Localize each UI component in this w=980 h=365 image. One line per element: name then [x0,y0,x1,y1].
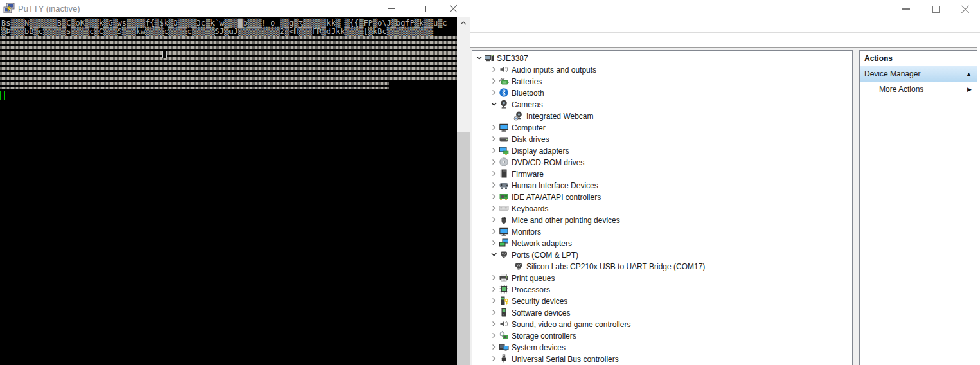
device-manager-menubar-area [470,33,980,47]
scroll-up-arrow-icon[interactable] [457,17,470,28]
action-device-manager[interactable]: Device Manager ▲ [860,66,977,82]
tree-item-disk-drives[interactable]: Disk drives [472,133,852,145]
terminal-cursor [0,91,5,100]
tree-item-label: Mice and other pointing devices [512,215,620,225]
chevron-right-icon[interactable] [490,168,498,179]
device-manager-close-button[interactable] [956,0,975,18]
tree-item-sje3387[interactable]: SJE3387 [472,52,852,64]
tree-item-label: Audio inputs and outputs [512,65,596,75]
tree-item-label: Network adapters [512,238,572,248]
device-manager-titlebar[interactable] [470,0,980,32]
tree-item-silicon-labs-cp210x-usb-to-uart-bridge-com17[interactable]: Silicon Labs CP210x USB to UART Bridge (… [472,260,852,272]
display-adapter-icon [499,145,509,156]
putty-scrollbar[interactable] [457,17,470,365]
chevron-right-icon[interactable] [490,64,498,75]
tree-item-bluetooth[interactable]: Bluetooth [472,87,852,98]
tree-item-label: Processors [512,285,550,294]
tree-item-label: DVD/CD-ROM drives [512,157,584,167]
action-more-actions[interactable]: More Actions ▶ [860,82,977,97]
tree-item-software-devices[interactable]: Software devices [472,307,852,318]
chevron-right-icon[interactable] [490,157,498,167]
collapse-arrow-icon[interactable]: ▲ [966,66,972,82]
tree-item-processors[interactable]: Processors [472,283,852,295]
chevron-right-icon[interactable] [490,353,498,364]
chevron-right-icon[interactable] [490,134,498,144]
tree-item-audio-inputs-and-outputs[interactable]: Audio inputs and outputs [472,64,852,75]
firmware-icon [499,168,509,179]
chevron-right-icon[interactable] [490,87,498,98]
chevron-right-icon[interactable] [490,307,498,317]
tree-item-keyboards[interactable]: Keyboards [472,202,852,214]
tree-item-sound-video-and-game-controllers[interactable]: Sound, video and game controllers [472,318,852,330]
device-manager-maximize-button[interactable] [926,0,945,18]
chevron-right-icon[interactable] [490,272,498,283]
putty-minimize-button[interactable] [380,0,402,17]
chevron-right-icon[interactable] [490,319,498,329]
tree-item-security-devices[interactable]: Security devices [472,295,852,307]
chevron-right-icon[interactable] [490,180,498,190]
tree-item-storage-controllers[interactable]: Storage controllers [472,330,852,341]
tree-item-integrated-webcam[interactable]: Integrated Webcam [472,110,852,121]
tree-item-ide-ata-atapi-controllers[interactable]: IDE ATA/ATAPI controllers [472,191,852,202]
tree-item-monitors[interactable]: Monitors [472,226,852,237]
device-tree-panel[interactable]: SJE3387Audio inputs and outputsBatteries… [472,50,853,365]
tree-item-cameras[interactable]: Cameras [472,98,852,110]
putty-scrollbar-thumb[interactable] [457,132,470,365]
tree-item-label: Bluetooth [512,88,544,98]
chevron-down-icon[interactable] [475,53,483,63]
tree-item-human-interface-devices[interactable]: Human Interface Devices [472,179,852,191]
chevron-right-icon[interactable] [490,284,498,294]
monitor-icon [499,226,509,236]
storage-icon [499,330,509,341]
tree-item-batteries[interactable]: Batteries [472,75,852,87]
tree-item-system-devices[interactable]: System devices [472,341,852,353]
chevron-right-icon[interactable] [490,226,498,236]
chevron-down-icon[interactable] [490,249,498,260]
chevron-right-icon[interactable] [490,296,498,306]
serial-port-icon [513,261,524,271]
tree-item-label: Universal Serial Bus controllers [512,354,619,364]
maximize-icon [420,6,426,12]
chevron-right-icon[interactable] [490,76,498,86]
tree-item-network-adapters[interactable]: Network adapters [472,237,852,249]
chevron-right-icon[interactable] [490,122,498,132]
tree-item-print-queues[interactable]: Print queues [472,272,852,283]
tree-item-label: Ports (COM & LPT) [512,250,578,260]
security-icon [499,296,509,306]
chevron-down-icon[interactable] [490,99,498,109]
chevron-right-icon[interactable] [490,191,498,202]
tree-item-ports-com-lpt[interactable]: Ports (COM & LPT) [472,249,852,260]
tree-item-label: Software devices [512,308,570,317]
tree-item-label: Keyboards [512,204,548,213]
chevron-right-icon[interactable] [490,215,498,225]
tree-item-label: Storage controllers [512,331,576,341]
tree-item-universal-serial-bus-controllers[interactable]: Universal Serial Bus controllers [472,353,852,364]
chevron-right-icon[interactable] [490,238,498,248]
tree-item-dvd-cd-rom-drives[interactable]: DVD/CD-ROM drives [472,156,852,168]
putty-app-icon [3,3,15,14]
tree-item-mice-and-other-pointing-devices[interactable]: Mice and other pointing devices [472,214,852,226]
chevron-right-icon[interactable] [490,203,498,213]
chevron-right-icon[interactable] [490,342,498,352]
camera-icon [499,99,509,109]
chevron-right-icon[interactable] [490,330,498,341]
chevron-right-icon[interactable] [490,145,498,156]
tree-item-label: SJE3387 [497,53,528,63]
tree-item-label: Disk drives [512,134,549,144]
device-manager-body: SJE3387Audio inputs and outputsBatteries… [470,47,977,365]
usb-icon [499,353,509,364]
expand-arrow-icon[interactable]: ▶ [967,82,972,97]
terminal-block-char [162,51,167,58]
putty-titlebar[interactable]: PuTTY (inactive) [0,0,470,17]
tree-item-computer[interactable]: Computer [472,121,852,133]
actions-panel: Actions Device Manager ▲ More Actions ▶ [859,50,977,365]
tree-item-display-adapters[interactable]: Display adapters [472,145,852,156]
software-icon [499,307,509,317]
putty-terminal[interactable]: Bs▒▒▒N▒▒▒▒▒▒B▒C▒oK▒▒▒k▒G▒ws▒▒▒▒f{▒$k▒O▒▒… [0,17,457,365]
tree-item-firmware[interactable]: Firmware [472,168,852,179]
device-manager-minimize-button[interactable] [896,0,916,18]
putty-maximize-button[interactable] [412,0,434,17]
terminal-garbled-line-2: ▒Þ▒▒▒bB▒c▒▒▒▒▒s▒▒▒▒c▒C▒▒▒S▒▒▒kw▒▒▒▒c▒▒▒▒… [1,28,433,36]
tree-item-label: Cameras [512,100,543,109]
putty-close-button[interactable] [442,0,464,17]
